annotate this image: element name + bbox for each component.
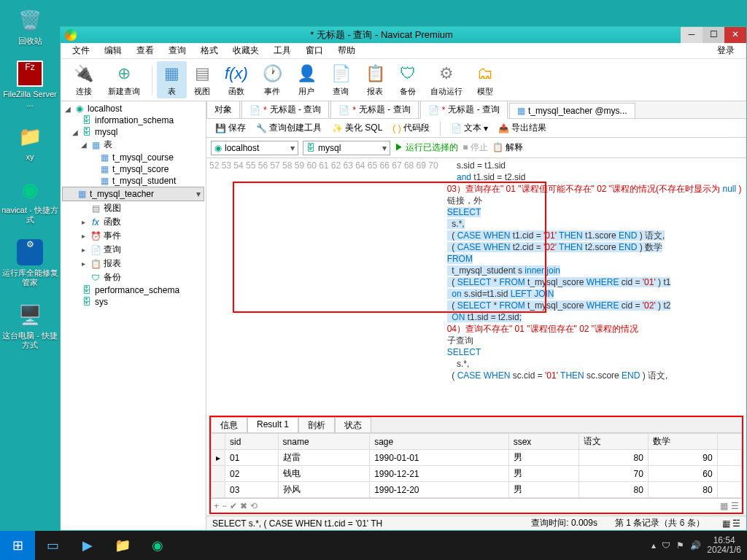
tree-views[interactable]: ▸▤视图 — [62, 201, 204, 215]
tb-user[interactable]: 👤用户 — [290, 61, 324, 98]
col-ssex[interactable]: ssex — [508, 434, 579, 450]
qb-beautify[interactable]: ✨美化 SQL — [328, 120, 387, 136]
col-sname[interactable]: sname — [278, 434, 370, 450]
tb-connect[interactable]: 🔌连接 — [66, 61, 101, 98]
tree-t-score[interactable]: ▸▦t_mysql_score — [62, 163, 204, 175]
col-sage[interactable]: sage — [370, 434, 509, 450]
rtab-info[interactable]: 信息 — [211, 417, 247, 432]
tray-clock[interactable]: 16:542024/1/6 — [707, 536, 741, 555]
tree-reports[interactable]: ▸📋报表 — [62, 257, 204, 271]
qb-export[interactable]: 📤导出结果 — [494, 120, 551, 136]
host-select[interactable]: ◉localhost — [211, 141, 298, 155]
status-sql: SELECT s.*, ( CASE WHEN t1.cid = '01' TH — [212, 518, 382, 529]
qb-snippet[interactable]: ( )代码段 — [388, 120, 433, 136]
tree-t-course[interactable]: ▸▦t_mysql_course — [62, 152, 204, 163]
tree-t-student[interactable]: ▸▦t_mysql_student — [62, 175, 204, 187]
desktop-thispc[interactable]: 🖥️这台电脑 - 快捷方式 — [0, 300, 60, 350]
tab-query3[interactable]: 📄*无标题 - 查询 — [420, 101, 508, 119]
tab-objects[interactable]: 对象 — [206, 101, 240, 118]
rtab-profile[interactable]: 剖析 — [298, 417, 335, 432]
result-row[interactable]: 02钱电1990-12-21男7060 — [212, 466, 742, 482]
task-explorer[interactable]: ▭ — [35, 531, 70, 560]
grid-cancel-icon[interactable]: ✖ — [240, 501, 247, 511]
connection-tree[interactable]: ◢◉localhost ◢🗄information_schema ◢🗄mysql… — [61, 101, 206, 530]
desktop-navicat[interactable]: ◉navicat - 快捷方式 — [0, 175, 60, 225]
menu-window[interactable]: 窗口 — [298, 44, 330, 57]
tb-event[interactable]: 🕐事件 — [255, 61, 290, 98]
tb-table[interactable]: ▦表 — [157, 61, 187, 98]
tb-query[interactable]: 📄查询 — [324, 61, 358, 98]
menu-fav[interactable]: 收藏夹 — [225, 44, 266, 57]
desktop-runlib[interactable]: ⚙运行库全能修复管家 — [0, 238, 60, 287]
code-content[interactable]: s.sid = t1.sid and t1.sid = t2.sid 03）查询… — [444, 158, 745, 416]
grid-add-icon[interactable]: + — [214, 501, 219, 511]
grid-refresh-icon[interactable]: ⟲ — [250, 501, 258, 511]
stop-button[interactable]: ■ 停止 — [462, 141, 488, 154]
tree-perfschema[interactable]: ▸🗄performance_schema — [62, 284, 204, 296]
titlebar[interactable]: * 无标题 - 查询 - Navicat Premium ─ ☐ ✕ — [61, 27, 746, 43]
sql-editor[interactable]: 52 53 54 55 56 57 58 59 60 61 62 63 64 6… — [206, 158, 746, 416]
tray-flag-icon[interactable]: ⚑ — [676, 540, 684, 551]
menu-format[interactable]: 格式 — [193, 44, 225, 57]
grid-view-icon[interactable]: ▦ — [720, 501, 728, 511]
tree-events[interactable]: ▸⏰事件 — [62, 229, 204, 243]
start-button[interactable]: ⊞ — [0, 531, 35, 560]
tb-model[interactable]: 🗂模型 — [470, 61, 500, 98]
tb-newquery[interactable]: ⊕新建查询 — [101, 61, 147, 98]
task-navicat[interactable]: ◉ — [140, 531, 175, 560]
tree-sys[interactable]: ▸🗄sys — [62, 296, 204, 308]
tree-tables[interactable]: ◢▦表 — [62, 138, 204, 152]
run-selected-button[interactable]: ▶ 运行已选择的 — [395, 141, 458, 154]
grid-del-icon[interactable]: − — [222, 501, 227, 511]
tab-query1[interactable]: 📄*无标题 - 查询 — [241, 101, 329, 118]
qb-builder[interactable]: 🔧查询创建工具 — [252, 120, 326, 136]
result-row[interactable]: ▸01赵雷1990-01-01男8090 — [212, 450, 742, 466]
result-grid[interactable]: sid sname sage ssex 语文 数学 ▸01赵雷1990-01-0… — [211, 433, 742, 498]
desktop-folder-xy[interactable]: 📁xy — [0, 122, 60, 162]
qb-text[interactable]: 📄文本▾ — [446, 120, 492, 136]
tray-sound-icon[interactable]: 🔊 — [690, 540, 701, 551]
rtab-status[interactable]: 状态 — [335, 417, 371, 432]
grid-ok-icon[interactable]: ✔ — [230, 501, 237, 511]
db-select[interactable]: 🗄mysql — [303, 141, 390, 155]
menu-view[interactable]: 查看 — [129, 44, 161, 57]
tree-mysql[interactable]: ◢🗄mysql — [62, 126, 204, 138]
tb-auto[interactable]: ⚙自动运行 — [423, 61, 470, 98]
tb-backup[interactable]: 🛡备份 — [392, 61, 423, 98]
tree-backups[interactable]: ▸🛡备份 — [62, 271, 204, 284]
minimize-button[interactable]: ─ — [681, 27, 703, 43]
tree-funcs[interactable]: ▸fx函数 — [62, 215, 204, 229]
menubar: 文件 编辑 查看 查询 格式 收藏夹 工具 窗口 帮助 登录 — [61, 43, 746, 59]
desktop-recycle-bin[interactable]: 🗑️回收站 — [0, 6, 60, 46]
tray-chevron-icon[interactable]: ▴ — [651, 540, 656, 551]
tb-func[interactable]: f(x)函数 — [217, 61, 255, 98]
col-sx[interactable]: 数学 — [648, 434, 717, 450]
tree-querys[interactable]: ▸📄查询 — [62, 243, 204, 257]
menu-file[interactable]: 文件 — [65, 44, 97, 57]
tree-localhost[interactable]: ◢◉localhost — [62, 103, 204, 114]
menu-edit[interactable]: 编辑 — [97, 44, 129, 57]
maximize-button[interactable]: ☐ — [703, 27, 724, 43]
tab-teacher[interactable]: ▦t_mysql_teacher @mys... — [509, 103, 635, 118]
menu-login[interactable]: 登录 — [710, 44, 742, 57]
col-yw[interactable]: 语文 — [579, 434, 649, 450]
qb-save[interactable]: 💾保存 — [211, 120, 250, 136]
tree-t-teacher[interactable]: ▸▦t_mysql_teacher — [62, 187, 204, 201]
menu-tools[interactable]: 工具 — [266, 44, 298, 57]
tab-query2[interactable]: 📄*无标题 - 查询 — [330, 101, 418, 118]
tree-infoschema[interactable]: ◢🗄information_schema — [62, 114, 204, 126]
desktop-filezilla[interactable]: FzFileZilla Server ... — [0, 59, 60, 109]
tray-shield-icon[interactable]: 🛡 — [662, 540, 670, 551]
col-sid[interactable]: sid — [225, 434, 279, 450]
tb-view[interactable]: ▤视图 — [187, 61, 217, 98]
task-powershell[interactable]: ▶ — [70, 531, 105, 560]
explain-button[interactable]: 📋 解释 — [492, 141, 523, 154]
grid-form-icon[interactable]: ☰ — [731, 501, 739, 511]
task-folder[interactable]: 📁 — [105, 531, 140, 560]
tb-report[interactable]: 📋报表 — [358, 61, 392, 98]
close-button[interactable]: ✕ — [724, 27, 746, 43]
menu-help[interactable]: 帮助 — [330, 44, 363, 57]
result-row[interactable]: 03孙风1990-12-20男8080 — [212, 482, 742, 498]
menu-query[interactable]: 查询 — [161, 44, 193, 57]
rtab-result1[interactable]: Result 1 — [247, 417, 298, 432]
